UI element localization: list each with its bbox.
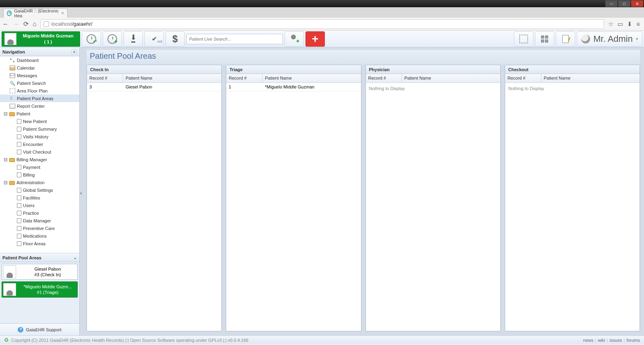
page-icon (17, 172, 21, 177)
window-minimize-button[interactable]: ─ (605, 0, 617, 7)
nav-patient[interactable]: ⊟Patient (0, 110, 79, 117)
nav-administration[interactable]: ⊟Administration (0, 179, 79, 186)
nav-report-center[interactable]: Report Center (0, 102, 79, 110)
active-patient-badge[interactable]: Miguelo Middle Guzman ( 1 ) (2, 31, 80, 47)
browser-tab[interactable]: GaiaEHR :: (Electronic Hea × (3, 8, 68, 18)
browser-tabbar: GaiaEHR :: (Electronic Hea × (0, 7, 644, 18)
nav-dashboard[interactable]: Dashboard (0, 56, 79, 64)
column-header[interactable]: Record # (87, 74, 123, 82)
patient-search-input[interactable] (186, 34, 283, 44)
nav-visits-history[interactable]: Visits History (0, 133, 79, 140)
chevron-down-icon[interactable]: ⌄ (74, 256, 77, 260)
nav-new-patient[interactable]: New Patient (0, 117, 79, 125)
footer-link-news[interactable]: news (583, 338, 594, 343)
empty-message: Nothing to Display (505, 83, 640, 94)
floor-plan-button[interactable] (514, 31, 533, 47)
download-icon: ⬇ (130, 35, 136, 43)
expander-icon[interactable]: ⊟ (3, 111, 8, 116)
page-icon (43, 21, 49, 27)
pool-areas-button[interactable] (535, 31, 554, 47)
bookmark-star-icon[interactable]: ☆ (608, 21, 613, 28)
table-row[interactable]: 3Giesel Pabon (87, 83, 221, 91)
folder-icon (9, 112, 15, 116)
forward-icon[interactable]: → (13, 21, 19, 28)
column-header[interactable]: Record # (366, 74, 402, 82)
splitter[interactable] (80, 47, 83, 335)
panel-triage: TriageRecord #Patient Name1*Miguelo Midd… (226, 65, 361, 331)
column-header[interactable]: Record # (505, 74, 541, 82)
nav-floor-areas[interactable]: Floor Areas (0, 240, 79, 247)
download-button[interactable]: ⬇ (124, 31, 143, 47)
pool-list: Giesel Pabon #3 (Check In) *Miguelo Midd… (0, 262, 79, 323)
footer-link-forums[interactable]: forums (626, 338, 640, 343)
checkout-button[interactable]: ✔ (144, 31, 164, 47)
tablet-icon[interactable]: ▭ (617, 21, 623, 28)
nav-global-settings[interactable]: Global Settings (0, 186, 79, 194)
user-menu-button[interactable]: Mr. Admin ▾ (577, 31, 642, 47)
home-icon[interactable]: ⌂ (33, 21, 37, 28)
nav-patient-pool-areas[interactable]: Patient Pool Areas (0, 94, 79, 102)
expander-icon[interactable]: ⊟ (3, 157, 8, 162)
nav-title: Navigation (2, 49, 25, 54)
footer-link-issues[interactable]: issues (609, 338, 622, 343)
content: Patient Pool Areas Check InRecord #Patie… (83, 47, 644, 335)
column-header[interactable]: Record # (226, 74, 262, 82)
recycle-icon: ♻ (4, 337, 9, 343)
nav-visit-checkout[interactable]: Visit Checkout (0, 148, 79, 156)
footer-copyright: Copyright (C) 2011 GaiaEHR (Electronic H… (11, 338, 248, 343)
reload-icon[interactable]: ⟳ (23, 20, 29, 28)
nav-area-floor-plan[interactable]: Area Floor Plan (0, 87, 79, 94)
column-header[interactable]: Patient Name (541, 74, 640, 82)
column-header[interactable]: Patient Name (262, 74, 361, 82)
new-encounter-button[interactable] (103, 31, 122, 47)
column-header[interactable]: Patient Name (402, 74, 500, 82)
expander-icon[interactable]: ⊟ (3, 180, 8, 185)
table-row[interactable]: 1*Miguelo Middle Guzman (226, 83, 361, 91)
pool-title: Patient Pool Areas (2, 255, 41, 260)
window-close-button[interactable]: ✕ (631, 0, 643, 7)
nav-messages[interactable]: Messages (0, 72, 79, 79)
nav-payment[interactable]: Payment (0, 163, 79, 171)
history-back-button[interactable] (82, 31, 101, 47)
nav-data-manager[interactable]: Data Manager (0, 217, 79, 224)
payment-button[interactable]: $ (165, 31, 185, 47)
url-input[interactable]: localhost/gaiaehr/ (41, 19, 605, 29)
support-button[interactable]: ? GaiaEHR Support (0, 323, 79, 335)
nav-calendar[interactable]: Calendar (0, 64, 79, 72)
page-title: Patient Pool Areas (87, 50, 640, 65)
back-icon[interactable]: ← (2, 21, 9, 28)
nav-medications[interactable]: Medications (0, 232, 79, 240)
folder-icon (9, 181, 15, 185)
dashboard-icon (10, 58, 15, 63)
add-user-icon (290, 35, 299, 43)
add-patient-button[interactable] (285, 31, 304, 47)
extension-icon[interactable]: ⬇ (627, 21, 632, 28)
collapse-sidebar-icon[interactable]: « (71, 49, 77, 54)
pool-card[interactable]: Giesel Pabon #3 (Check In) (2, 264, 78, 280)
column-header[interactable]: Patient Name (123, 74, 221, 82)
nav-users[interactable]: Users (0, 201, 79, 209)
emergency-button[interactable]: + (305, 31, 325, 47)
empty-message: Nothing to Display (366, 83, 500, 94)
nav-patient-search[interactable]: 🔍Patient Search (0, 79, 79, 87)
nav-billing[interactable]: Billing (0, 171, 79, 179)
tab-title: GaiaEHR :: (Electronic Hea (14, 8, 59, 18)
messages-icon (10, 73, 15, 78)
nav-preventive-care[interactable]: Preventive Care (0, 224, 79, 232)
admin-name: Mr. Admin (593, 34, 633, 44)
notes-button[interactable] (556, 31, 575, 47)
nav-patient-summary[interactable]: Patient Summary (0, 125, 79, 133)
pool-card[interactable]: *Miguelo Middle Guzm... #1 (Triage) (2, 281, 78, 298)
pool-icon (10, 96, 15, 101)
grid-body: 3Giesel Pabon (87, 83, 221, 331)
nav-practice[interactable]: Practice (0, 209, 79, 217)
footer-link-wiki[interactable]: wiki (598, 338, 605, 343)
tab-close-icon[interactable]: × (61, 10, 64, 16)
menu-icon[interactable]: ≡ (636, 21, 640, 27)
nav-encounter[interactable]: Encounter (0, 140, 79, 148)
nav-facilities[interactable]: Facilities (0, 194, 79, 201)
nav-billing-manager[interactable]: ⊟Billing Manager (0, 156, 79, 163)
window-maximize-button[interactable]: □ (618, 0, 630, 7)
check-out-icon: ✔ (152, 35, 157, 43)
grid-icon (541, 35, 548, 43)
